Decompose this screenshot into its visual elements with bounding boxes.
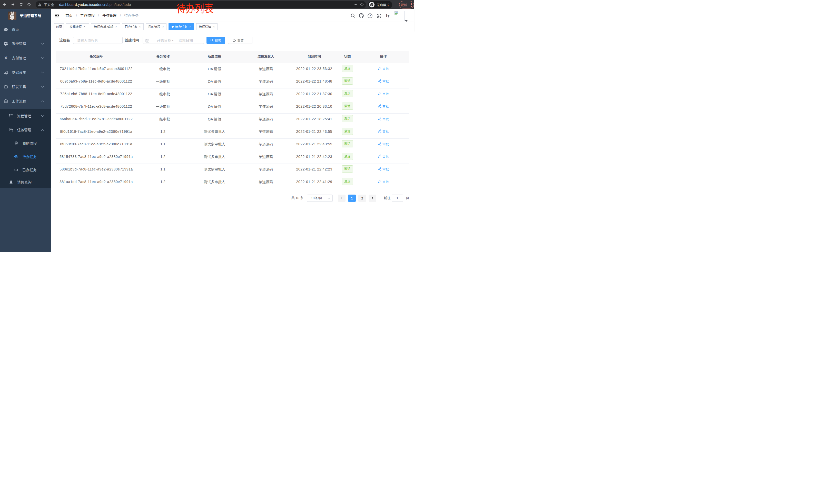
svg-text:?: ?: [369, 14, 371, 17]
